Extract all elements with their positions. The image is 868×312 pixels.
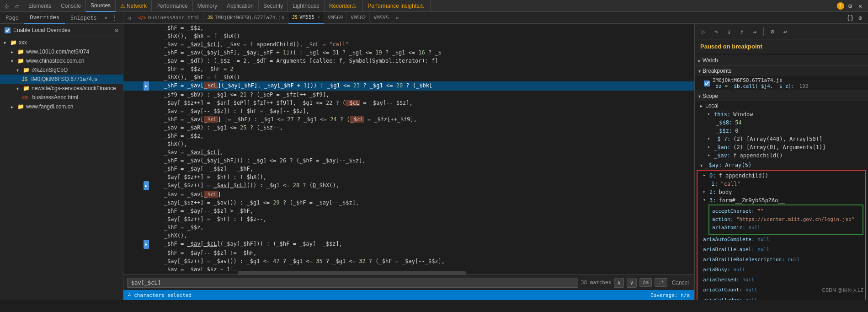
step-over-btn[interactable]: ↷ (711, 27, 721, 37)
tab-lighthouse[interactable]: Lighthouse (288, 0, 325, 12)
tab-recorder[interactable]: Recorder ⚠ (325, 0, 363, 12)
bp-checkbox-1[interactable] (704, 81, 710, 86)
watch-section: ▸ Watch (695, 55, 868, 66)
tree-item-chinastock[interactable]: ▾ 📁 www.chinastock.com.cn (0, 56, 123, 65)
breakpoints-header[interactable]: ▾ Breakpoints (695, 66, 868, 76)
subtab-page[interactable]: Page (0, 12, 24, 24)
coverage-label: Coverage: n/a (650, 292, 690, 298)
code-line-21: _$av = _$av[_$cL] (123, 190, 694, 199)
s7-expand[interactable]: ▸ (708, 136, 710, 141)
item3-val: form#__Zm9ybS5pZAo__ (719, 197, 785, 204)
file-tab-vm582[interactable]: VM582 (347, 12, 370, 24)
code-line-17: _$hF = _$av(_$ay[_$hF])) : _$g1 <= 26 ? … (123, 156, 694, 165)
tab-security[interactable]: Security (259, 0, 288, 12)
add-to-workspace-icon[interactable]: ⊕ (856, 14, 864, 22)
tab-sources[interactable]: Sources (86, 0, 116, 12)
tab-console[interactable]: Console (56, 0, 86, 12)
scope-sav: ▸ _$av: f appendchild() (695, 151, 868, 160)
san-expand[interactable]: ▸ (708, 144, 710, 149)
tab-application[interactable]: Application (222, 0, 259, 12)
tab-performance[interactable]: Performance (152, 0, 193, 12)
exec-arrow-3: ▶ (144, 240, 149, 249)
more-file-tabs-icon[interactable]: » (393, 15, 402, 21)
tree-item-businessannc-file[interactable]: </> businessAnnc.html (0, 93, 123, 102)
match-case-toggle[interactable]: Aa (639, 278, 652, 287)
item0-expand[interactable]: ▸ (703, 172, 706, 178)
form-ariaBusy: ariaBusy: null (699, 265, 863, 275)
pretty-print-icon[interactable]: {} (846, 14, 854, 22)
scope-ssz: _$$z: 0 (695, 127, 868, 135)
close-tab-btn[interactable]: ✕ (317, 15, 320, 20)
file-tab-vm555[interactable]: JS VM555 ✕ (288, 12, 324, 24)
step-btn[interactable]: → (750, 27, 760, 37)
file-tab-businessannc[interactable]: </> businessAnnc.html (134, 12, 204, 24)
search-prev-btn[interactable]: ∧ (614, 278, 624, 288)
tab-network[interactable]: ⚠Network (116, 0, 152, 12)
subtab-snippets[interactable]: Snippets (65, 12, 102, 24)
subtab-overrides[interactable]: Overrides (24, 12, 65, 24)
scope-val-this: Window (733, 111, 753, 118)
tree-item-fangdi[interactable]: ▸ 📁 www.fangdi.com.cn (0, 102, 123, 111)
tab-performance-insights[interactable]: Performance insights ⚠ (363, 0, 431, 12)
sidebar-subtabs: Page Overrides Snippets » ⋮ (0, 12, 123, 23)
form-detail-acceptCharset: acceptCharset: "" (712, 207, 860, 215)
devtools-icons: ⊹ ▱ (0, 2, 24, 10)
expand-arrow-4: ▾ (16, 68, 21, 73)
scope-val-s7: (2) [Array(448), Array(50)] (733, 136, 822, 142)
regex-toggle[interactable]: .* (655, 278, 667, 287)
tree-item-newsite[interactable]: ▾ 📁 newsite/cgs-services/stockFinance (0, 84, 123, 93)
sav-expand[interactable]: ▸ (708, 152, 710, 157)
js-icon-1: JS (208, 15, 213, 20)
warning-icon-3: ⚠ (419, 3, 424, 9)
this-expand[interactable]: ▸ (708, 111, 710, 116)
code-line-24: _$ay[_$$z++] = _$hF) : (_$$z--, (123, 215, 694, 223)
scope-header[interactable]: ▾ Scope (695, 91, 868, 101)
tree-item-im0j-file[interactable]: JS IM0jQktM6FSQ.6771a74.js (0, 75, 123, 84)
item2-expand[interactable]: ▸ (703, 189, 706, 194)
deactivate-breakpoints-btn[interactable]: ⊘ (767, 27, 777, 37)
horizontal-scrollbar[interactable] (123, 271, 694, 274)
search-input[interactable] (127, 278, 578, 288)
tree-item-ixkzon[interactable]: ▾ 📁 iXkZonSlgCbQ (0, 65, 123, 75)
step-into-btn[interactable]: ↓ (724, 27, 734, 37)
settings-icon[interactable]: ⚙ (846, 2, 854, 10)
device-icon[interactable]: ▱ (13, 2, 21, 10)
folder-icon-4: 📁 (23, 67, 30, 73)
item3-expand[interactable]: ▾ (703, 197, 706, 202)
say-header[interactable]: ▾ _$ay: Array(5) (695, 161, 868, 170)
tab-memory[interactable]: Memory (193, 0, 222, 12)
watch-header[interactable]: ▸ Watch (695, 55, 868, 65)
file-tabs-bar: ◁ </> businessAnnc.html JS IM0jQktM6FSQ.… (123, 12, 868, 23)
folder-icon-5: 📁 (23, 85, 30, 91)
file-tab-vm595[interactable]: VM595 (370, 12, 393, 24)
tree-item-10010[interactable]: ▸ 📁 www.10010.com/net5/074 (0, 47, 123, 56)
scope-san: ▸ _$an: (2) [Array(0), Arguments(1)] (695, 143, 868, 151)
collapse-sidebar-btn[interactable]: ◁ (123, 15, 134, 21)
warning-icon-2: ⚠ (351, 3, 357, 9)
enable-override-checkbox[interactable] (5, 27, 11, 33)
local-scope-header[interactable]: ▸ Local (695, 101, 868, 110)
code-line-10: _$ay[_$$z++] = _$an[_$eP][_$fz[++_$f9]],… (123, 99, 694, 107)
expand-arrow-6: ▸ (11, 104, 16, 109)
resume-btn[interactable]: ▷ (698, 27, 708, 37)
tab-elements[interactable]: Elements (24, 0, 56, 12)
scope-title: Scope (703, 93, 718, 99)
tree-item-xxx[interactable]: ▾ 📁 xxx (0, 38, 123, 47)
search-next-btn[interactable]: ∨ (627, 278, 637, 288)
code-view[interactable]: _$hF = _$$z, _$hX(), _$hX = f _$hX() _$a… (123, 24, 694, 271)
code-line-7: _$hX(), _$hF = f _$hX() (123, 73, 694, 81)
close-icon[interactable]: ✕ (856, 2, 864, 10)
file-tab-vm569[interactable]: VM569 (324, 12, 347, 24)
bp-title: Breakpoints (703, 68, 731, 74)
file-tab-im0j[interactable]: JS IM0jQktM6FSQ.6771a74.js (204, 12, 288, 24)
editor-toolbar-right: {} ⊕ (846, 14, 868, 22)
sidebar-menu-icon[interactable]: ⋮ (109, 14, 119, 22)
dont-pause-btn[interactable]: ↩ (780, 27, 790, 37)
more-tabs-icon[interactable]: » (102, 15, 109, 21)
code-line-4: _$hF = _$av(_$ay[_$hF], _$ay[_$hF + 1]))… (123, 48, 694, 57)
step-out-btn[interactable]: ↑ (737, 27, 747, 37)
cursor-icon[interactable]: ⊹ (3, 2, 11, 10)
clear-overrides-icon[interactable]: ⊘ (115, 27, 118, 34)
bp-code: _dz = _$b.call(_$j4, _$_z); (713, 83, 794, 89)
cancel-search-btn[interactable]: Cancel (670, 280, 691, 286)
